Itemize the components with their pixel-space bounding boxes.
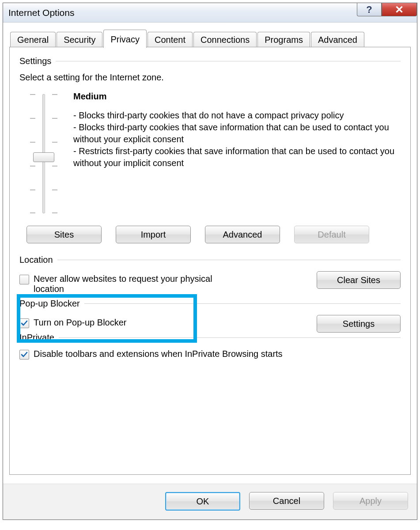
tab-content[interactable]: Content (148, 32, 193, 47)
inprivate-checkbox[interactable] (19, 350, 29, 360)
section-popup-header: Pop-up Blocker (19, 299, 401, 309)
dialog-button-row: OK Cancel Apply (3, 484, 417, 519)
location-checkbox[interactable] (19, 275, 29, 284)
popup-blocker-checkbox[interactable] (19, 318, 29, 328)
section-inprivate-header: InPrivate (19, 333, 401, 343)
dialog-content: General Security Privacy Content Connect… (3, 23, 417, 484)
tab-programs[interactable]: Programs (257, 32, 310, 47)
divider-line (56, 61, 401, 61)
inprivate-checkbox-label: Disable toolbars and extensions when InP… (34, 349, 283, 359)
privacy-slider-col (19, 91, 68, 213)
section-popup-label: Pop-up Blocker (19, 299, 80, 309)
close-icon: ✕ (395, 4, 404, 16)
dialog-title: Internet Options (3, 8, 74, 18)
ok-button[interactable]: OK (165, 492, 240, 511)
sites-button[interactable]: Sites (26, 226, 102, 243)
tab-advanced[interactable]: Advanced (311, 32, 364, 47)
privacy-level-name: Medium (73, 91, 401, 102)
tab-connections[interactable]: Connections (193, 32, 257, 47)
popup-blocker-section: Pop-up Blocker Turn on Pop-up Blocker Se… (19, 299, 401, 333)
section-settings-header: Settings (19, 56, 401, 66)
popup-row: Turn on Pop-up Blocker Settings (19, 315, 401, 333)
tab-general[interactable]: General (10, 32, 56, 47)
section-inprivate-label: InPrivate (19, 333, 54, 343)
tab-privacy[interactable]: Privacy (103, 30, 147, 48)
internet-options-dialog: { "title": "Internet Options", "tabs": {… (3, 3, 417, 520)
settings-instruction: Select a setting for the Internet zone. (19, 72, 401, 83)
clear-sites-button[interactable]: Clear Sites (317, 271, 401, 289)
apply-button: Apply (333, 492, 408, 510)
tab-strip: General Security Privacy Content Connect… (9, 30, 411, 47)
location-checkbox-label: Never allow websites to request your phy… (34, 274, 223, 294)
advanced-button[interactable]: Advanced (205, 226, 280, 243)
slider-thumb[interactable] (33, 152, 54, 162)
titlebar-buttons: ? ✕ (357, 3, 417, 22)
divider-line (57, 260, 401, 260)
privacy-level-slider[interactable] (35, 94, 52, 213)
title-bar: Internet Options ? ✕ (3, 3, 417, 23)
privacy-slider-row: Medium - Blocks third-party cookies that… (19, 91, 401, 213)
tab-security[interactable]: Security (57, 32, 102, 47)
divider-line (59, 337, 401, 338)
settings-button-row: Sites Import Advanced Default (26, 226, 401, 243)
privacy-level-bullets: - Blocks third-party cookies that do not… (73, 110, 401, 169)
default-button: Default (294, 226, 369, 243)
privacy-bullet-2: - Blocks third-party cookies that save i… (73, 121, 401, 145)
help-icon: ? (366, 4, 372, 15)
checkmark-icon (21, 351, 28, 358)
section-settings-label: Settings (19, 56, 51, 66)
close-button[interactable]: ✕ (382, 3, 417, 16)
popup-settings-button[interactable]: Settings (317, 315, 401, 333)
divider-line (84, 303, 401, 304)
inprivate-row: Disable toolbars and extensions when InP… (19, 349, 401, 360)
import-button[interactable]: Import (116, 226, 191, 243)
location-row: Never allow websites to request your phy… (19, 271, 401, 299)
cancel-button[interactable]: Cancel (249, 492, 324, 510)
section-location-label: Location (19, 255, 53, 265)
help-button[interactable]: ? (357, 3, 382, 16)
privacy-level-description: Medium - Blocks third-party cookies that… (68, 91, 401, 169)
privacy-bullet-1: - Blocks third-party cookies that do not… (73, 110, 401, 121)
privacy-bullet-3: - Restricts first-party cookies that sav… (73, 145, 401, 169)
section-location-header: Location (19, 255, 401, 265)
checkmark-icon (21, 320, 28, 327)
privacy-tab-panel: Settings Select a setting for the Intern… (9, 47, 411, 475)
popup-checkbox-label: Turn on Pop-up Blocker (34, 318, 126, 328)
